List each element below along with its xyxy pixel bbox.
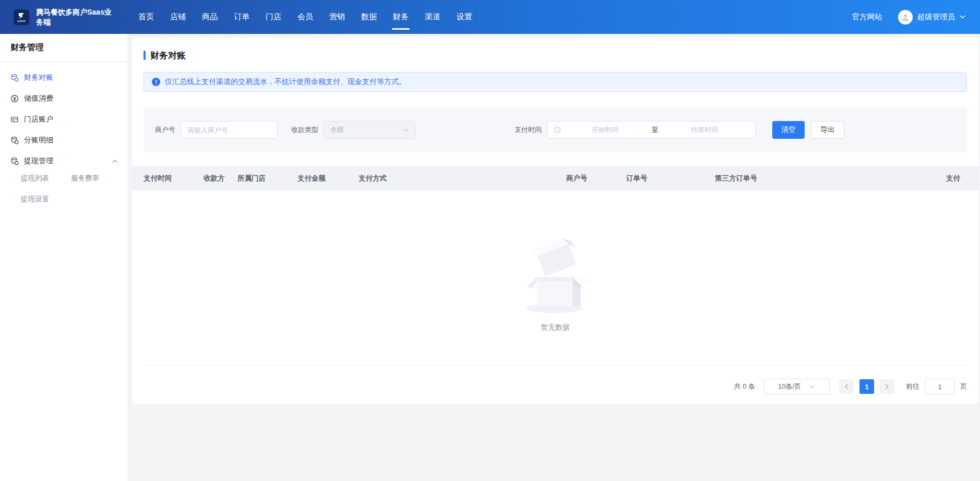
page-size-select[interactable]: 10条/页: [763, 379, 830, 394]
chevron-down-icon: [809, 385, 815, 389]
merchant-id-label: 商户号: [155, 125, 175, 135]
column-merchant-id: 商户号: [566, 174, 626, 183]
avatar: [898, 10, 913, 25]
yen-coin-icon: [10, 94, 19, 103]
main-nav-menu: 首页 店铺 商品 订单 门店 会员 营销 数据 财务 渠道 设置: [138, 0, 472, 34]
sidebar: 财务管理 财务对账: [0, 34, 127, 481]
sidebar-item-finance-reconciliation[interactable]: 财务对账: [0, 67, 127, 88]
nav-item-home[interactable]: 首页: [138, 0, 154, 34]
empty-text: 暂无数据: [541, 323, 570, 332]
column-amount: 支付金额: [297, 174, 358, 183]
column-pay-clipped: 支付: [946, 174, 967, 183]
sidebar-item-split-detail[interactable]: 分账明细: [0, 130, 127, 151]
info-alert: ! 仅汇总线上支付渠道的交易流水，不统计使用余额支付、现金支付等方式。: [144, 72, 967, 92]
start-time-placeholder[interactable]: 开始时间: [561, 125, 650, 135]
ledger-icon: [10, 136, 19, 145]
table-bottom-divider: [144, 365, 967, 366]
chevron-left-icon: [844, 383, 848, 390]
user-name: 超级管理员: [917, 12, 955, 22]
export-button[interactable]: 导出: [811, 121, 844, 139]
sidebar-item-label: 财务对账: [24, 73, 53, 82]
sidebar-item-store-account[interactable]: 门店账户: [0, 109, 127, 130]
app-logo: [14, 9, 29, 25]
sidebar-subitem-withdraw-settings[interactable]: 提现设置: [21, 195, 71, 204]
ledger-icon: [10, 157, 19, 165]
payee-type-value: 全部: [330, 125, 344, 135]
content-card: 财务对账 ! 仅汇总线上支付渠道的交易流水，不统计使用余额支付、现金支付等方式。…: [132, 38, 978, 404]
column-payee: 收款方: [204, 174, 237, 183]
nav-item-goods[interactable]: 商品: [202, 0, 218, 34]
page-unit-label: 页: [960, 382, 967, 391]
pay-time-label: 支付时间: [515, 125, 542, 135]
ledger-icon: [10, 74, 19, 82]
nav-item-data[interactable]: 数据: [361, 0, 377, 34]
title-accent-bar: [144, 51, 146, 60]
sidebar-item-stored-value[interactable]: 储值消费: [0, 88, 127, 109]
user-menu[interactable]: 超级管理员: [898, 10, 966, 25]
alert-text: 仅汇总线上支付渠道的交易流水，不统计使用余额支付、现金支付等方式。: [165, 77, 406, 87]
page-number-1[interactable]: 1: [859, 379, 874, 394]
nav-item-marketing[interactable]: 营销: [329, 0, 345, 34]
sidebar-item-label: 门店账户: [24, 115, 53, 124]
nav-item-stores[interactable]: 门店: [266, 0, 281, 34]
nav-item-shop[interactable]: 店铺: [170, 0, 186, 34]
chevron-up-icon[interactable]: [112, 159, 118, 163]
logo-bolt-icon: [18, 13, 25, 19]
official-site-link[interactable]: 官方网站: [852, 12, 882, 22]
sidebar-menu: 财务对账 储值消费 门店账户: [0, 62, 127, 207]
sidebar-item-label: 提现管理: [24, 157, 53, 166]
page-title-row: 财务对账: [144, 49, 967, 62]
column-third-party-order-id: 第三方订单号: [715, 174, 946, 183]
next-page-button[interactable]: [880, 379, 894, 394]
sidebar-item-label: 储值消费: [24, 94, 53, 103]
clock-icon: [554, 126, 561, 134]
goto-page-input[interactable]: [925, 379, 955, 394]
end-time-placeholder[interactable]: 结束时间: [661, 125, 749, 135]
nav-item-members[interactable]: 会员: [297, 0, 313, 34]
navbar-right: 官方网站 超级管理员: [852, 10, 966, 25]
person-icon: [901, 13, 910, 22]
column-order-id: 订单号: [626, 174, 715, 183]
pay-time-range-picker[interactable]: 开始时间 至 结束时间: [547, 121, 756, 139]
sidebar-item-withdraw-management[interactable]: 提现管理: [0, 151, 127, 172]
nav-item-orders[interactable]: 订单: [234, 0, 249, 34]
total-count: 共 0 条: [734, 382, 755, 391]
app-title: 腾马餐饮多商户Saas业务端: [36, 7, 118, 27]
top-navbar: 腾马餐饮多商户Saas业务端 首页 店铺 商品 订单 门店 会员 营销 数据 财…: [0, 0, 980, 34]
sidebar-subitem-withdraw-list[interactable]: 提现列表: [21, 174, 71, 183]
column-store: 所属门店: [237, 174, 297, 183]
page-size-value: 10条/页: [778, 382, 801, 391]
payee-type-label: 收款类型: [291, 125, 318, 135]
clear-button[interactable]: 清空: [772, 121, 805, 139]
payee-type-select[interactable]: 全部: [324, 121, 415, 139]
column-pay-method: 支付方式: [358, 174, 566, 183]
goto-label: 前往: [906, 382, 919, 391]
column-pay-time: 支付时间: [144, 174, 204, 183]
nav-item-finance-active[interactable]: 财务: [393, 0, 409, 34]
sidebar-item-label: 分账明细: [24, 136, 53, 145]
main-area: 财务对账 ! 仅汇总线上支付渠道的交易流水，不统计使用余额支付、现金支付等方式。…: [127, 34, 980, 481]
account-card-icon: [10, 115, 19, 124]
chevron-down-icon: [960, 15, 965, 19]
nav-item-settings[interactable]: 设置: [457, 0, 472, 34]
table-header: 支付时间 收款方 所属门店 支付金额 支付方式 商户号 订单号 第三方订单号 支…: [132, 166, 978, 190]
sidebar-title: 财务管理: [0, 42, 127, 53]
empty-state: 暂无数据: [144, 190, 967, 365]
withdraw-submenu: 提现列表 服务费率 提现设置: [0, 172, 127, 207]
chevron-right-icon: [885, 383, 889, 390]
prev-page-button[interactable]: [839, 379, 854, 394]
range-separator: 至: [650, 125, 661, 135]
page-title: 财务对账: [150, 50, 186, 62]
merchant-id-input[interactable]: [181, 121, 278, 139]
info-icon: !: [152, 78, 160, 86]
chevron-down-icon: [403, 128, 409, 132]
sidebar-subitem-service-rate[interactable]: 服务费率: [71, 174, 127, 183]
nav-item-channel[interactable]: 渠道: [425, 0, 440, 34]
filter-bar: 商户号 收款类型 全部 支付时间 开始时间: [144, 107, 967, 152]
pagination: 共 0 条 10条/页 1 前: [144, 378, 967, 395]
empty-box-illustration: [516, 235, 594, 315]
logo-subtext: [17, 20, 26, 22]
